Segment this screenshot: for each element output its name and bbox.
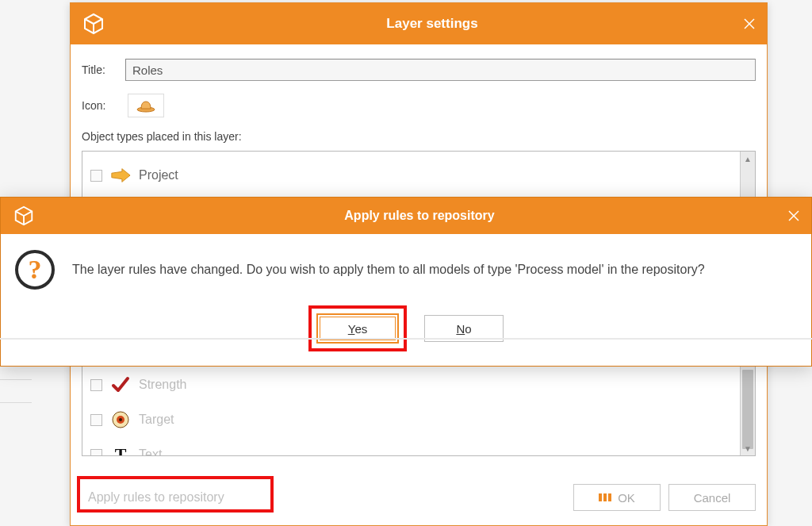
scroll-thumb[interactable] xyxy=(742,370,753,449)
cancel-button[interactable]: Cancel xyxy=(668,484,756,511)
checkbox[interactable] xyxy=(90,449,102,457)
icon-label: Icon: xyxy=(82,99,125,112)
text-icon: T xyxy=(110,444,131,456)
checkbox[interactable] xyxy=(90,379,102,391)
apply-rules-link[interactable]: Apply rules to repository xyxy=(82,486,232,509)
modal-shadow xyxy=(0,338,812,340)
highlight-yes: Yes xyxy=(308,305,407,351)
scroll-up-icon[interactable]: ▲ xyxy=(741,152,755,166)
list-item-label: Strength xyxy=(139,378,186,392)
svg-point-7 xyxy=(119,418,122,421)
app-logo-icon xyxy=(80,10,107,37)
scroll-down-icon[interactable]: ▼ xyxy=(741,441,755,455)
ok-indicator-icon xyxy=(599,493,611,501)
modal-message: The layer rules have changed. Do you wis… xyxy=(72,263,705,277)
no-rest: o xyxy=(465,322,471,336)
object-types-caption: Object types placed in this layer: xyxy=(82,130,756,143)
background-frame xyxy=(0,379,32,403)
list-item-label: Project xyxy=(139,168,178,182)
cancel-label: Cancel xyxy=(694,491,731,505)
title-label: Title: xyxy=(82,63,125,76)
layer-settings-header: Layer settings xyxy=(71,3,767,44)
close-icon[interactable] xyxy=(741,16,757,32)
modal-header: Apply rules to repository xyxy=(1,198,811,234)
checkbox[interactable] xyxy=(90,414,102,426)
icon-row: Icon: xyxy=(82,94,756,117)
dialog-title: Layer settings xyxy=(107,16,757,32)
title-input[interactable] xyxy=(125,59,756,81)
apply-rules-modal: Apply rules to repository ? The layer ru… xyxy=(0,197,812,367)
list-item[interactable]: T Text xyxy=(87,437,750,456)
question-icon: ? xyxy=(15,250,55,290)
yes-rest: es xyxy=(354,322,367,336)
modal-message-row: ? The layer rules have changed. Do you w… xyxy=(15,250,797,290)
no-mnemonic: N xyxy=(456,322,465,336)
checkbox[interactable] xyxy=(90,170,102,182)
list-item-label: Text xyxy=(139,447,162,456)
list-item[interactable]: Project xyxy=(87,158,750,193)
modal-button-row: Yes No xyxy=(15,305,797,351)
ok-label: OK xyxy=(618,491,635,505)
ok-button[interactable]: OK xyxy=(573,484,661,511)
dialog-button-bar: Apply rules to repository OK Cancel xyxy=(82,481,756,514)
modal-title: Apply rules to repository xyxy=(37,209,802,223)
arrow-icon xyxy=(110,165,131,186)
title-row: Title: xyxy=(82,59,756,81)
close-icon[interactable] xyxy=(786,208,802,224)
icon-picker[interactable] xyxy=(128,94,164,117)
app-logo-icon xyxy=(10,202,37,229)
list-item[interactable]: Target xyxy=(87,402,750,437)
list-item-label: Target xyxy=(139,413,174,427)
check-icon xyxy=(110,374,131,395)
target-icon xyxy=(110,409,131,430)
hat-icon xyxy=(136,98,156,113)
yes-button[interactable]: Yes xyxy=(320,317,396,340)
list-item[interactable]: Strength xyxy=(87,367,750,402)
